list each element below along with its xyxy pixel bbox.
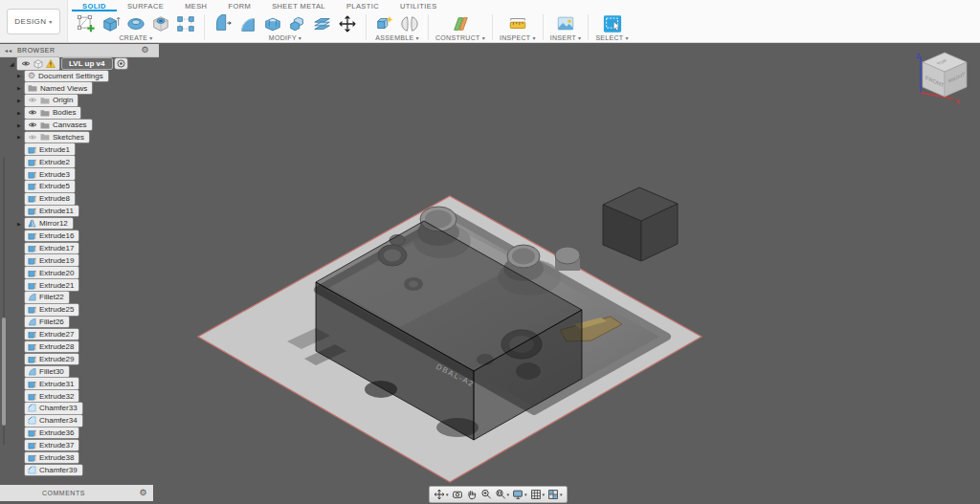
feature-item[interactable]: Extrude19 (0, 254, 159, 267)
browser-node-canvases[interactable]: ▶ Canvases (0, 119, 159, 131)
eye-off-icon[interactable] (28, 97, 37, 103)
eye-icon[interactable] (21, 60, 31, 67)
expand-arrow-icon[interactable]: ▶ (17, 85, 21, 91)
eye-icon[interactable] (28, 121, 37, 128)
fillet-icon[interactable] (236, 13, 259, 34)
feature-item[interactable]: Extrude8 (0, 192, 159, 205)
feature-item[interactable]: Chamfer39 (0, 464, 159, 476)
browser-node-origin[interactable]: ▶ Origin (0, 95, 159, 107)
browser-header[interactable]: ◄◄ BROWSER ⚙ (0, 44, 159, 57)
offset-face-icon[interactable] (311, 13, 334, 34)
feature-item[interactable]: Extrude31 (0, 378, 159, 390)
construct-menu[interactable]: CONSTRUCT▾ (435, 34, 485, 41)
look-at-icon[interactable] (451, 488, 464, 501)
pattern-icon[interactable] (174, 13, 197, 34)
tab-solid[interactable]: SOLID (72, 0, 117, 11)
move-copy-icon[interactable] (336, 13, 359, 34)
fit-icon[interactable]: ▾ (494, 488, 511, 501)
expand-arrow-icon[interactable]: ▶ (17, 98, 21, 103)
feature-item[interactable]: Extrude3 (0, 168, 159, 181)
construct-plane-icon[interactable] (449, 13, 472, 34)
new-component-icon[interactable] (373, 13, 396, 34)
browser-node-named-views[interactable]: ▶ Named Views (0, 82, 159, 95)
feature-item[interactable]: Chamfer34 (0, 414, 159, 427)
tab-sheet-metal[interactable]: SHEET METAL (261, 0, 336, 11)
feature-item[interactable]: Extrude32 (0, 390, 159, 403)
feature-item[interactable]: Extrude28 (0, 340, 159, 353)
tab-surface[interactable]: SURFACE (117, 0, 174, 11)
pan-icon[interactable] (465, 488, 479, 501)
feature-item[interactable]: Extrude16 (0, 230, 159, 242)
collapse-arrow-icon[interactable]: ◢ (10, 60, 14, 67)
insert-menu[interactable]: INSERT▾ (550, 34, 582, 41)
sketch-icon[interactable] (75, 13, 98, 34)
cube-body[interactable] (603, 187, 678, 261)
eye-icon[interactable] (28, 109, 37, 116)
zoom-icon[interactable] (479, 488, 493, 501)
browser-scrollbar-thumb[interactable] (2, 318, 6, 426)
feature-item[interactable]: Extrude1 (0, 143, 159, 156)
gear-icon[interactable]: ⚙ (139, 489, 147, 497)
free-orbit-icon[interactable]: ▾ (433, 488, 450, 501)
feature-item[interactable]: Extrude21 (0, 279, 159, 292)
collapse-panel-icon[interactable]: ◄◄ (4, 48, 11, 54)
grid-icon[interactable]: ▾ (529, 488, 546, 501)
feature-item[interactable]: Extrude37 (0, 439, 159, 451)
browser-root-component[interactable]: ◢ LVL up v4 (0, 57, 159, 70)
insert-image-icon[interactable] (554, 13, 577, 34)
expand-arrow-icon[interactable]: ▶ (17, 122, 21, 128)
view-cube[interactable]: Z X TOP FRONT RIGHT (911, 51, 974, 110)
view-cube-faces[interactable]: TOP FRONT RIGHT (923, 53, 967, 97)
feature-item[interactable]: Extrude11 (0, 205, 159, 217)
feature-item[interactable]: Extrude17 (0, 242, 159, 254)
feature-item[interactable]: Chamfer33 (0, 402, 159, 414)
expand-arrow-icon[interactable]: ▶ (17, 134, 21, 140)
feature-item[interactable]: Extrude38 (0, 451, 159, 464)
expand-arrow-icon[interactable]: ▶ (17, 73, 21, 78)
design-workspace-button[interactable]: DESIGN ▾ (7, 9, 60, 34)
eye-off-icon[interactable] (28, 134, 37, 141)
combine-icon[interactable] (286, 13, 309, 34)
feature-label: Extrude17 (39, 244, 74, 252)
display-settings-icon[interactable]: ▾ (511, 488, 528, 501)
select-icon[interactable] (601, 13, 624, 34)
create-menu[interactable]: CREATE▾ (120, 34, 153, 41)
assemble-menu[interactable]: ASSEMBLE▾ (375, 34, 418, 41)
revolve-icon[interactable] (124, 13, 147, 34)
press-pull-icon[interactable] (212, 13, 234, 34)
tab-mesh[interactable]: MESH (174, 0, 217, 11)
inspect-menu[interactable]: INSPECT▾ (500, 34, 536, 41)
browser-node-bodies[interactable]: ▶ Bodies (0, 106, 159, 119)
feature-item[interactable]: Extrude27 (0, 328, 159, 340)
viewport-3d[interactable]: DBAL-A2 Z X TOP FRONT (0, 43, 980, 504)
browser-node-sketches[interactable]: ▶ Sketches (0, 131, 159, 143)
modify-menu[interactable]: MODIFY▾ (269, 34, 301, 41)
viewports-icon[interactable]: ▾ (546, 488, 564, 501)
root-component-name[interactable]: LVL up v4 (62, 58, 112, 70)
expand-arrow-icon[interactable]: ▶ (17, 110, 21, 116)
measure-icon[interactable] (506, 13, 529, 34)
hole-icon[interactable] (149, 13, 172, 34)
feature-item[interactable]: Extrude20 (0, 267, 159, 279)
browser-node-document-settings[interactable]: ▶ ⚙ Document Settings (0, 70, 159, 82)
tab-utilities[interactable]: UTILITIES (390, 0, 448, 11)
select-menu[interactable]: SELECT▾ (595, 34, 628, 41)
tab-plastic[interactable]: PLASTIC (336, 0, 390, 11)
activate-component-radio[interactable] (115, 58, 127, 69)
feature-item[interactable]: Fillet22 (0, 291, 159, 303)
feature-item[interactable]: Fillet26 (0, 316, 159, 328)
gear-icon[interactable]: ⚙ (141, 46, 149, 55)
comments-bar[interactable]: COMMENTS ⚙ (0, 485, 153, 501)
feature-item[interactable]: Extrude2 (0, 156, 159, 168)
tab-form[interactable]: FORM (217, 0, 261, 11)
joint-icon[interactable] (398, 13, 421, 34)
feature-item[interactable]: Extrude29 (0, 353, 159, 365)
feature-item[interactable]: Fillet30 (0, 365, 159, 378)
shell-icon[interactable] (261, 13, 284, 34)
feature-item[interactable]: ▶Mirror12 (0, 217, 159, 230)
expand-arrow-icon[interactable]: ▶ (17, 221, 21, 227)
feature-item[interactable]: Extrude5 (0, 180, 159, 192)
extrude-icon[interactable] (100, 13, 122, 34)
feature-item[interactable]: Extrude36 (0, 427, 159, 439)
feature-item[interactable]: Extrude25 (0, 303, 159, 316)
